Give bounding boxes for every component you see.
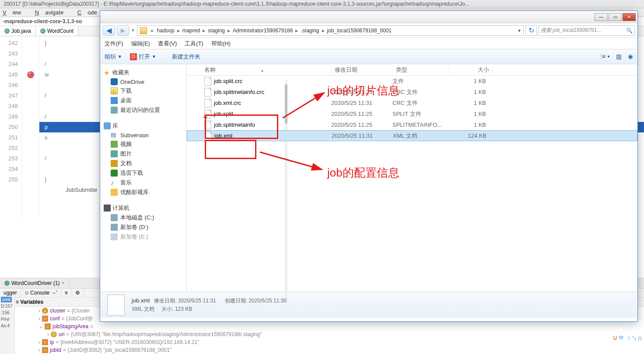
- file-preview-icon: [107, 295, 125, 316]
- file-row[interactable]: job.splitmetainfo.crc 2020/5/25 11:25CRC…: [187, 87, 637, 97]
- sidebar-item-edisk[interactable]: 新加卷 (E:): [102, 232, 185, 242]
- close-button[interactable]: ✕: [623, 13, 636, 21]
- col-size[interactable]: 大小: [449, 66, 493, 74]
- sidebar-item-videos[interactable]: 视频: [102, 139, 185, 149]
- preview-pane-button[interactable]: ▥: [616, 53, 622, 60]
- sidebar-item-music[interactable]: ♪音乐: [102, 178, 185, 187]
- music-icon: ♪: [111, 179, 118, 186]
- history-dropdown[interactable]: ▼: [131, 28, 135, 33]
- document-icon: [111, 160, 118, 167]
- debugger-tab[interactable]: ugger: [0, 288, 21, 297]
- breadcrumb-overflow[interactable]: «: [149, 28, 155, 34]
- sidebar-item-pictures[interactable]: 图片: [102, 149, 185, 159]
- file-row-selected[interactable]: job.xml 2020/5/25 11:31XML 文档124 KB: [187, 130, 637, 141]
- sidebar-favorites[interactable]: ★收藏夹: [102, 68, 185, 77]
- search-box[interactable]: 搜索 job_local15906791...🔍: [539, 25, 635, 36]
- new-folder-button[interactable]: 新建文件夹: [172, 53, 200, 61]
- sidebar-item-youku[interactable]: 优酷影视库: [102, 187, 185, 197]
- menu-edit[interactable]: 编辑(E): [131, 40, 150, 48]
- address-dropdown-icon[interactable]: ▾: [516, 28, 522, 34]
- computer-icon: [104, 205, 111, 212]
- sidebar-item-onedrive[interactable]: OneDrive: [102, 77, 185, 86]
- sidebar-item-downloads[interactable]: 下载: [102, 86, 185, 96]
- office-icon: O: [130, 53, 137, 60]
- file-row[interactable]: job.splitmetainfo 2020/5/25 11:25SPLITME…: [187, 119, 637, 130]
- settings-icon[interactable]: ⚙: [72, 288, 84, 297]
- sidebar-computer[interactable]: 计算机: [102, 203, 185, 213]
- breadcrumb[interactable]: job_local1590679188_0001: [326, 28, 393, 34]
- file-row[interactable]: job.xml.crc 2020/5/25 11:31CRC 文件1 KB: [187, 97, 637, 108]
- help-button[interactable]: ◉: [628, 53, 633, 60]
- explorer-sidebar: ★收藏夹 OneDrive 下载 桌面 最近访问的位置 库 ▤Subversio…: [100, 64, 187, 292]
- file-row[interactable]: job.split 2020/5/25 11:25SPLIT 文件1 KB: [187, 108, 637, 119]
- sidebar-libraries[interactable]: 库: [102, 121, 185, 131]
- refresh-button[interactable]: ↻: [525, 25, 537, 36]
- explorer-window: ― ▭ ✕ ◀ ▶ ▼ « hadoop▸ mapred▸ staging▸ A…: [100, 10, 638, 322]
- explorer-toolbar: 组织▼ O 打开▼ 新建文件夹 ⦙≡ ▾ ▥ ◉: [100, 49, 637, 64]
- col-type[interactable]: 类型: [392, 66, 449, 74]
- var-row[interactable]: ›furi = {URI@3067} "file:/tmp/hadoop/map…: [12, 330, 644, 338]
- forward-button[interactable]: ▶: [117, 25, 129, 36]
- recent-icon: [111, 107, 118, 114]
- xunlei-icon: [111, 170, 118, 177]
- var-row[interactable]: ›=jobId = {JobID@3082} "job_local1590679…: [12, 346, 644, 354]
- star-icon: ★: [104, 69, 111, 76]
- var-row[interactable]: ›=ip = {Inet4Address@3072} "USER-2018030…: [12, 338, 644, 346]
- menu-tools[interactable]: 工具(T): [185, 40, 203, 48]
- class-icon: C: [4, 28, 10, 34]
- desktop-icon: [111, 97, 118, 104]
- gutter-icons: [22, 36, 39, 220]
- breadcrumb[interactable]: staging: [206, 28, 227, 34]
- back-button[interactable]: ◀: [103, 25, 115, 36]
- file-icon: [204, 99, 211, 108]
- video-icon: [111, 141, 118, 148]
- sidebar-item-ddisk[interactable]: 新加卷 (D:): [102, 222, 185, 232]
- cloud-icon: [111, 78, 118, 85]
- disk-icon: [111, 214, 118, 221]
- ide-status-right: U 中 ☽ °₅ ⌸: [613, 334, 641, 342]
- tab-job-java[interactable]: CJob.java: [0, 26, 36, 36]
- explorer-menu: 文件(F) 编辑(E) 查看(V) 工具(T) 帮助(H): [100, 38, 637, 49]
- breadcrumb[interactable]: mapred: [181, 28, 202, 34]
- breakpoint-icon[interactable]: [27, 71, 34, 78]
- address-bar[interactable]: « hadoop▸ mapred▸ staging▸ Administrator…: [137, 25, 524, 36]
- minimize-button[interactable]: ―: [595, 13, 608, 21]
- file-row[interactable]: job.split.crc 文件1 KB: [187, 76, 637, 87]
- tab-wordcount[interactable]: CWordCount: [36, 26, 78, 36]
- menu-navigate[interactable]: Navigate: [35, 9, 70, 16]
- sidebar-item-desktop[interactable]: 桌面: [102, 96, 185, 105]
- menu-file[interactable]: 文件(F): [105, 40, 123, 48]
- search-icon: 🔍: [626, 28, 633, 34]
- menu-view[interactable]: 查看(V): [158, 40, 177, 48]
- file-list: 名称 ▴ 修改日期 类型 大小 job.split.crc 文件1 KB job…: [187, 64, 637, 292]
- organize-button[interactable]: 组织: [105, 53, 116, 61]
- file-icon: [204, 77, 211, 86]
- menu-code[interactable]: Code: [77, 9, 103, 16]
- menu-help[interactable]: 帮助(H): [211, 40, 231, 48]
- menu-view[interactable]: View: [3, 9, 27, 16]
- col-name[interactable]: 名称 ▴: [187, 66, 331, 74]
- sidebar-item-documents[interactable]: 文档: [102, 159, 185, 168]
- file-icon: [205, 132, 212, 140]
- threads-icon[interactable]: ≡: [61, 288, 72, 297]
- console-tab[interactable]: ≣ Console →': [21, 288, 61, 297]
- sidebar-item-recent[interactable]: 最近访问的位置: [102, 105, 185, 115]
- col-date[interactable]: 修改日期: [331, 66, 392, 74]
- var-row[interactable]: ⌄=jobStagingArea =: [12, 323, 644, 330]
- breadcrumb[interactable]: Administrator1590679188: [231, 28, 294, 34]
- debug-tab-wcdriver[interactable]: WordCountDriver (1)×: [0, 278, 70, 288]
- open-button[interactable]: 打开: [139, 53, 150, 61]
- breadcrumb[interactable]: hadoop: [155, 28, 176, 34]
- view-mode-button[interactable]: ⦙≡ ▾: [601, 53, 610, 60]
- maximize-button[interactable]: ▭: [609, 13, 622, 21]
- library-icon: [104, 122, 111, 129]
- sidebar-item-cdisk[interactable]: 本地磁盘 (C:): [102, 213, 185, 222]
- annotation-plus-icon: +: [203, 113, 208, 122]
- disk-icon: [111, 233, 118, 240]
- sidebar-item-subversion[interactable]: ▤Subversion: [102, 131, 185, 139]
- column-headers[interactable]: 名称 ▴ 修改日期 类型 大小: [187, 64, 637, 76]
- disk-icon: [111, 224, 118, 231]
- breadcrumb[interactable]: .staging: [299, 28, 321, 34]
- sidebar-item-xunlei[interactable]: 迅雷下载: [102, 168, 185, 178]
- debug-side-strip: omit D:157 :156 Privi As:4: [0, 296, 15, 354]
